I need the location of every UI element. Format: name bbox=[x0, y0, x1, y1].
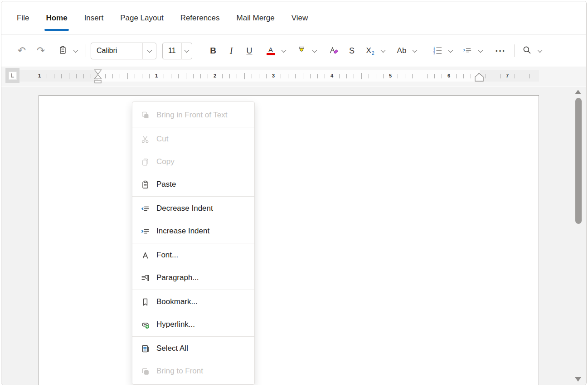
ruler-tick bbox=[164, 74, 164, 78]
menu-item-select-all[interactable]: Select All bbox=[132, 337, 254, 360]
more-options-button[interactable]: ··· bbox=[491, 42, 510, 59]
font-color-icon: A bbox=[267, 47, 275, 55]
ruler-tick bbox=[361, 73, 362, 79]
menu-item-paragraph[interactable]: Paragraph... bbox=[132, 266, 254, 289]
underline-button[interactable]: U bbox=[240, 42, 258, 59]
ruler-tick bbox=[325, 74, 325, 78]
ruler-tick bbox=[442, 74, 442, 78]
menubar-tab-mail-merge[interactable]: Mail Merge bbox=[237, 1, 275, 34]
ruler-tick bbox=[346, 74, 347, 78]
left-indent-marker[interactable] bbox=[93, 69, 103, 84]
document-editor-window: FileHomeInsertPage LayoutReferencesMail … bbox=[1, 1, 587, 385]
ruler-tick bbox=[105, 74, 106, 78]
menubar-tab-home[interactable]: Home bbox=[46, 1, 67, 34]
right-indent-marker[interactable] bbox=[474, 72, 485, 83]
italic-icon: I bbox=[230, 46, 233, 56]
subscript-split-button: X2 bbox=[362, 42, 389, 59]
menu-item-paste[interactable]: Paste bbox=[132, 173, 254, 196]
menubar-tab-file[interactable]: File bbox=[17, 1, 29, 34]
font-name-dropdown-button[interactable] bbox=[143, 43, 156, 59]
scissors-icon bbox=[140, 134, 150, 144]
change-case-icon: Ab bbox=[397, 46, 407, 55]
toolbar-separator bbox=[514, 44, 515, 57]
ruler-tick bbox=[208, 74, 208, 78]
font-name-combobox[interactable]: Calibri bbox=[91, 43, 156, 59]
bold-button[interactable]: B bbox=[204, 42, 222, 59]
ruler-tick bbox=[405, 74, 405, 78]
highlight-button[interactable] bbox=[294, 42, 309, 59]
bullet-list-split-button bbox=[460, 42, 486, 59]
ruler-tick bbox=[149, 74, 150, 78]
subscript-dropdown-button[interactable] bbox=[378, 42, 389, 59]
scrollbar-thumb[interactable] bbox=[575, 98, 582, 224]
font-size-combobox[interactable]: 11 bbox=[162, 43, 192, 59]
document-page[interactable] bbox=[39, 95, 539, 385]
menu-item-cut: Cut bbox=[132, 128, 254, 150]
font-size-dropdown-button[interactable] bbox=[181, 43, 192, 59]
menubar-tab-insert[interactable]: Insert bbox=[84, 1, 104, 34]
menu-item-bookmark[interactable]: Bookmark... bbox=[132, 290, 254, 313]
subscript-button[interactable]: X2 bbox=[362, 42, 378, 59]
paste-dropdown-button[interactable] bbox=[70, 42, 81, 59]
clear-formatting-button[interactable] bbox=[326, 42, 341, 59]
ruler-tick bbox=[120, 74, 120, 78]
change-case-dropdown-button[interactable] bbox=[409, 42, 420, 59]
chevron-down-icon bbox=[537, 48, 542, 53]
menu-item-hyperlink[interactable]: Hyperlink... bbox=[132, 313, 254, 336]
ruler-tick bbox=[515, 74, 515, 78]
paste-button[interactable] bbox=[55, 42, 70, 59]
tab-stop-selector[interactable]: L bbox=[5, 68, 19, 83]
bullet-list-dropdown-button[interactable] bbox=[475, 42, 486, 59]
menu-item-decrease-indent[interactable]: Decrease Indent bbox=[132, 197, 254, 220]
menubar-tab-page-layout[interactable]: Page Layout bbox=[120, 1, 163, 34]
scrollbar-up-arrow-icon[interactable] bbox=[575, 90, 581, 94]
decrease-indent-icon bbox=[140, 203, 150, 213]
menu-item-copy: Copy bbox=[132, 150, 254, 173]
strikethrough-icon: S bbox=[349, 46, 355, 56]
redo-icon: ↷ bbox=[37, 46, 45, 56]
menu-item-label: Font... bbox=[156, 251, 178, 260]
redo-button[interactable]: ↷ bbox=[33, 42, 49, 59]
change-case-button[interactable]: Ab bbox=[394, 42, 409, 59]
strikethrough-button[interactable]: S bbox=[343, 42, 360, 59]
clear-formatting-icon bbox=[329, 46, 339, 56]
ruler-tick bbox=[259, 74, 259, 78]
numbered-list-button[interactable]: 1 2 3 bbox=[430, 42, 445, 59]
italic-button[interactable]: I bbox=[222, 42, 240, 59]
find-dropdown-button[interactable] bbox=[535, 42, 545, 59]
chevron-down-icon bbox=[184, 48, 189, 53]
clipboard-icon bbox=[58, 45, 68, 56]
menu-item-label: Copy bbox=[156, 157, 175, 166]
font-color-dropdown-button[interactable] bbox=[278, 42, 289, 59]
ruler-tick bbox=[522, 74, 522, 78]
highlight-dropdown-button[interactable] bbox=[309, 42, 320, 59]
ruler-tick bbox=[420, 73, 420, 79]
scrollbar-down-arrow-icon[interactable] bbox=[575, 377, 581, 382]
undo-button[interactable]: ↶ bbox=[14, 42, 29, 59]
menu-item-increase-indent[interactable]: Increase Indent bbox=[132, 220, 254, 242]
find-button[interactable] bbox=[519, 42, 535, 59]
ruler-number: 4 bbox=[330, 73, 333, 79]
ruler-number: 3 bbox=[272, 73, 275, 79]
bullet-list-icon bbox=[462, 46, 472, 56]
menu-item-label: Cut bbox=[156, 135, 168, 144]
ruler-tick bbox=[61, 74, 62, 78]
numbered-list-dropdown-button[interactable] bbox=[445, 42, 456, 59]
menu-separator bbox=[132, 336, 254, 337]
ruler-tick bbox=[186, 73, 186, 79]
menu-item-font[interactable]: Font... bbox=[132, 244, 254, 266]
ruler-tick bbox=[54, 74, 54, 78]
menubar-tab-label: Insert bbox=[84, 14, 104, 23]
ruler-tick bbox=[171, 74, 171, 78]
menubar-tab-view[interactable]: View bbox=[292, 1, 308, 34]
menubar-tab-references[interactable]: References bbox=[180, 1, 220, 34]
numbered-list-icon: 1 2 3 bbox=[432, 45, 443, 56]
bullet-list-button[interactable] bbox=[460, 42, 475, 59]
chevron-down-icon bbox=[147, 48, 152, 53]
bold-icon: B bbox=[210, 46, 216, 56]
menu-separator bbox=[132, 196, 254, 197]
ruler-number: 1 bbox=[155, 73, 158, 79]
font-color-button[interactable]: A bbox=[263, 42, 278, 59]
ruler-tick bbox=[427, 74, 428, 78]
ruler-tick bbox=[252, 74, 252, 78]
